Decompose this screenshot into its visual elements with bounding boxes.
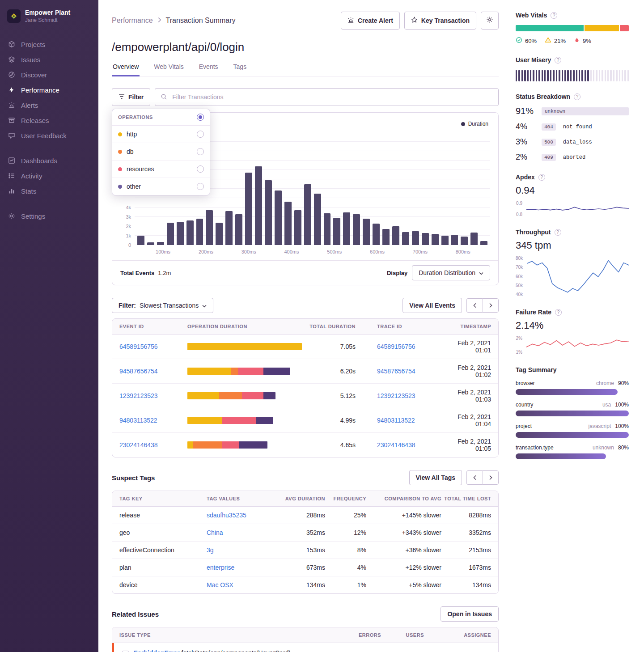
sidebar-item-label: Releases bbox=[21, 117, 49, 124]
trace-id-link[interactable]: 23024146438 bbox=[377, 441, 415, 449]
event-id-link[interactable]: 94587656754 bbox=[119, 368, 187, 375]
failure-rate-help-icon[interactable]: ? bbox=[555, 309, 562, 316]
tag-value-link[interactable]: Mac OSX bbox=[207, 581, 280, 588]
col-comparison: COMPARISON TO AVG bbox=[366, 496, 441, 501]
tag-value-link[interactable]: 3g bbox=[207, 546, 280, 554]
other-radio[interactable] bbox=[197, 183, 204, 190]
misery-tick bbox=[590, 70, 592, 81]
user-misery-help-icon[interactable]: ? bbox=[555, 57, 561, 64]
operation-label: http bbox=[127, 131, 192, 138]
sidebar-item-performance[interactable]: Performance bbox=[0, 82, 98, 97]
sidebar-nav-primary: Projects Issues Discover Performance Ale… bbox=[0, 37, 98, 143]
operations-all-radio[interactable] bbox=[197, 114, 204, 121]
issue-type-link[interactable]: ForbiddenError bbox=[134, 649, 180, 652]
sidebar-item-activity[interactable]: Activity bbox=[0, 168, 98, 183]
sidebar-item-alerts[interactable]: Alerts bbox=[0, 97, 98, 113]
misery-tick bbox=[559, 70, 560, 81]
throughput-help-icon[interactable]: ? bbox=[555, 229, 561, 236]
sidebar-item-issues[interactable]: Issues bbox=[0, 52, 98, 67]
tag-summary-pct: 100% bbox=[615, 423, 629, 429]
search-input[interactable] bbox=[155, 88, 499, 106]
status-breakdown-help-icon[interactable]: ? bbox=[574, 93, 580, 100]
tag-value-link[interactable]: sdaufhu35235 bbox=[207, 512, 280, 519]
http-color-dot bbox=[118, 132, 122, 136]
create-alert-button[interactable]: Create Alert bbox=[341, 12, 400, 30]
tab-overview[interactable]: Overview bbox=[112, 63, 140, 76]
web-vitals-help-icon[interactable]: ? bbox=[551, 12, 557, 19]
apdex-section: Apdex ? 0.94 0.90.8 bbox=[516, 174, 629, 217]
tab-tags[interactable]: Tags bbox=[233, 63, 248, 76]
display-select[interactable]: Duration Distribution bbox=[412, 265, 490, 280]
sidebar-item-dashboards[interactable]: Dashboards bbox=[0, 153, 98, 168]
sidebar-item-label: Dashboards bbox=[21, 157, 57, 165]
histogram-bar bbox=[451, 235, 458, 245]
view-all-tags-button[interactable]: View All Tags bbox=[409, 470, 462, 485]
operation-duration-segment bbox=[219, 392, 242, 399]
tag-summary-key: project bbox=[516, 423, 532, 429]
histogram-bar bbox=[314, 194, 321, 246]
event-id-link[interactable]: 64589156756 bbox=[119, 343, 187, 350]
web-vitals-segment bbox=[516, 25, 584, 31]
sidebar-item-user-feedback[interactable]: User Feedback bbox=[0, 128, 98, 143]
gear-icon bbox=[486, 16, 493, 25]
events-next-page-button[interactable] bbox=[483, 298, 499, 313]
trace-id-link[interactable]: 64589156756 bbox=[377, 343, 415, 350]
total-duration: 7.05s bbox=[302, 343, 356, 350]
tag-row: release sdaufhu35235 288ms 25% +145% slo… bbox=[112, 507, 498, 524]
events-pagination bbox=[466, 298, 499, 313]
http-radio[interactable] bbox=[197, 131, 204, 138]
histogram-bar bbox=[422, 233, 429, 245]
stats-icon bbox=[8, 187, 16, 195]
tag-value-link[interactable]: China bbox=[207, 529, 280, 536]
sidebar-item-releases[interactable]: Releases bbox=[0, 113, 98, 128]
resources-radio[interactable] bbox=[197, 165, 204, 173]
trace-id-link[interactable]: 94587656754 bbox=[377, 368, 415, 375]
sidebar-item-settings[interactable]: Settings bbox=[0, 208, 98, 224]
operation-option-db[interactable]: db bbox=[112, 143, 210, 161]
org-switcher[interactable]: Empower Plant Jane Schmidt bbox=[0, 7, 98, 25]
misery-tick bbox=[550, 70, 551, 81]
breadcrumb-section[interactable]: Performance bbox=[112, 17, 153, 25]
operation-option-other[interactable]: other bbox=[112, 178, 210, 195]
histogram-bar bbox=[177, 222, 184, 246]
display-value: Duration Distribution bbox=[419, 269, 475, 276]
event-id-link[interactable]: 23024146438 bbox=[119, 441, 187, 449]
sidebar-item-help[interactable]: ? Help bbox=[0, 649, 98, 652]
tags-prev-page-button[interactable] bbox=[466, 470, 483, 485]
tag-frequency: 1% bbox=[325, 581, 366, 588]
key-transaction-button[interactable]: Key Transaction bbox=[404, 12, 476, 30]
db-radio[interactable] bbox=[197, 148, 204, 155]
trace-id-link[interactable]: 94803113522 bbox=[377, 417, 415, 424]
tag-key: plan bbox=[119, 564, 207, 571]
issue-row: ForbiddenError fetchData(app/components/… bbox=[112, 643, 498, 652]
org-name: Empower Plant bbox=[25, 9, 70, 16]
events-prev-page-button[interactable] bbox=[466, 298, 483, 313]
total-duration: 6.20s bbox=[302, 368, 356, 375]
related-issues-controls: Related Issues Open in Issues bbox=[112, 606, 499, 622]
view-all-events-button[interactable]: View All Events bbox=[402, 298, 462, 313]
web-vitals-segment bbox=[585, 25, 619, 31]
tab-events[interactable]: Events bbox=[198, 63, 219, 76]
sidebar-item-discover[interactable]: Discover bbox=[0, 67, 98, 82]
events-filter-select[interactable]: Filter: Slowest Transactions bbox=[112, 298, 213, 313]
tag-value-link[interactable]: enterprise bbox=[207, 564, 280, 571]
tab-web-vitals[interactable]: Web Vitals bbox=[153, 63, 184, 76]
chart-legend[interactable]: Duration bbox=[461, 121, 488, 127]
transaction-settings-button[interactable] bbox=[481, 12, 499, 30]
operation-option-resources[interactable]: resources bbox=[112, 161, 210, 178]
tags-next-page-button[interactable] bbox=[483, 470, 499, 485]
event-id-link[interactable]: 12392123523 bbox=[119, 392, 187, 399]
sidebar-item-projects[interactable]: Projects bbox=[0, 37, 98, 52]
apdex-help-icon[interactable]: ? bbox=[538, 174, 545, 181]
web-vitals-title: Web Vitals bbox=[516, 12, 547, 19]
misery-tick bbox=[619, 70, 620, 81]
histogram-bar bbox=[402, 232, 409, 245]
sidebar-item-stats[interactable]: Stats bbox=[0, 183, 98, 199]
operation-option-http[interactable]: http bbox=[112, 126, 210, 143]
trace-id-link[interactable]: 12392123523 bbox=[377, 392, 415, 399]
operations-dropdown-header[interactable]: OPERATIONS bbox=[112, 109, 210, 126]
open-in-issues-button[interactable]: Open in Issues bbox=[441, 606, 499, 622]
col-avg-duration: AVG DURATION bbox=[280, 496, 325, 501]
filter-button[interactable]: Filter bbox=[112, 88, 150, 106]
event-id-link[interactable]: 94803113522 bbox=[119, 417, 187, 424]
